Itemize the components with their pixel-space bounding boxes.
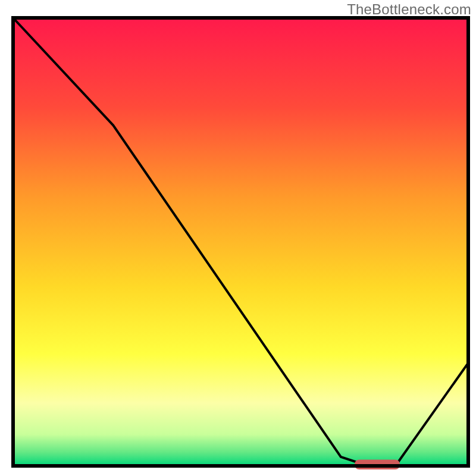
watermark-text: TheBottleneck.com [347,1,471,18]
chart-container: TheBottleneck.com [0,0,476,476]
gradient-background [13,18,468,466]
bottleneck-chart [0,0,476,476]
plot-area [13,18,468,469]
